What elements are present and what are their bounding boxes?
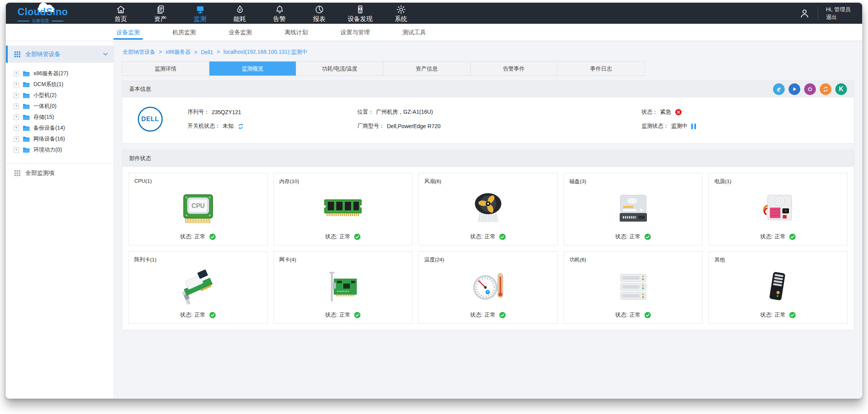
subnav-item[interactable]: 设备监测 <box>100 24 156 41</box>
breadcrumb-item[interactable]: x86服务器 <box>155 49 191 56</box>
device-tree: + x86服务器(27) + DCM系统(1) + 小 <box>6 63 114 162</box>
tree-item[interactable]: + 网络设备(16) <box>14 134 114 144</box>
nav-item-alarms[interactable]: 告警 <box>268 3 291 23</box>
panel-title: 基本信息 <box>129 86 151 93</box>
sidebar-group-header[interactable]: 全部纳管设备 <box>6 46 114 63</box>
tree-item[interactable]: + 备份设备(14) <box>14 123 114 134</box>
nav-item-energy[interactable]: 能耗 <box>228 3 251 23</box>
kvm-button[interactable]: K <box>835 83 847 95</box>
document-icon <box>156 5 165 14</box>
sync-button[interactable] <box>820 83 831 95</box>
pie-chart-icon <box>315 5 324 14</box>
app-logo[interactable]: CloudSino 云新信息 <box>18 3 95 24</box>
ok-status-icon <box>644 233 651 240</box>
component-card-disk[interactable]: 磁盘(3) 状态:正常 <box>564 173 703 245</box>
sync-icon <box>822 86 829 92</box>
tree-expander-icon[interactable]: + <box>14 82 19 87</box>
tree-item[interactable]: + x86服务器(27) <box>14 68 114 79</box>
topbar-user-area: Hi, 管理员 退出 <box>799 5 850 21</box>
subnav-item[interactable]: 业务监测 <box>212 24 268 41</box>
tab[interactable]: 功耗/电流/温度 <box>296 62 383 76</box>
tree-item-label: x86服务器(27) <box>33 70 68 77</box>
tab[interactable]: 资产信息 <box>383 62 471 76</box>
tree-expander-icon[interactable]: + <box>14 93 19 98</box>
ok-status-icon <box>209 312 216 319</box>
play-button[interactable] <box>789 83 800 95</box>
tree-item[interactable]: + 存储(15) <box>14 112 114 123</box>
component-card-nic[interactable]: 网卡(4) 状态:正常 <box>274 251 413 324</box>
ok-status-icon <box>499 233 506 240</box>
component-card-cpu[interactable]: CPU(1) CPU 状态:正常 <box>128 173 268 245</box>
power-state-field: 开关机状态： 未知 <box>188 123 357 130</box>
ok-status-icon <box>209 233 216 240</box>
user-greeting: Hi, 管理员 <box>826 5 850 13</box>
logo-subtitle: 云新信息 <box>18 18 95 24</box>
refresh-icon[interactable] <box>237 123 244 130</box>
power-button[interactable] <box>804 83 816 95</box>
tree-item[interactable]: + 环境动力(0) <box>14 144 114 155</box>
device-actions: e K <box>773 83 847 95</box>
component-card-power-usage[interactable]: 功耗(6) 状态:正常 <box>564 251 703 324</box>
tree-expander-icon[interactable]: + <box>14 71 19 76</box>
subnav-item[interactable]: 设置与管理 <box>324 24 386 41</box>
psu-icon <box>714 185 842 233</box>
folder-icon <box>23 125 30 131</box>
breadcrumb-item[interactable]: localhost(192.168.100.131):监测中 <box>213 49 307 56</box>
nav-item-reports[interactable]: 报表 <box>308 3 330 23</box>
sidebar-item-all-monitors[interactable]: 全部监测项 <box>6 164 114 182</box>
component-status: 状态:正常 <box>424 233 552 240</box>
component-card-memory[interactable]: 内存(10) 状态:正常 <box>274 173 413 245</box>
component-card-psu[interactable]: 电源(1) 状态:正常 <box>708 173 848 245</box>
home-icon <box>116 5 126 14</box>
tree-item[interactable]: + 小型机(2) <box>14 90 114 101</box>
subnav-item[interactable]: 离线计划 <box>268 24 324 41</box>
breadcrumb-item[interactable]: Dell1 <box>191 49 213 55</box>
network-card-icon <box>279 263 407 312</box>
tab[interactable]: 告警事件 <box>471 62 558 76</box>
content-layout: 全部纳管设备 + x86服务器(27) + <box>6 41 862 398</box>
component-card-fan[interactable]: 风扇(6) 状态:正常 <box>418 173 558 245</box>
device-scan-icon <box>355 5 365 14</box>
nav-item-assets[interactable]: 资产 <box>149 3 172 23</box>
tree-item-label: 网络设备(16) <box>33 136 65 143</box>
tree-expander-icon[interactable]: + <box>14 104 19 109</box>
tree-expander-icon[interactable]: + <box>14 136 19 142</box>
nav-item-home[interactable]: 首页 <box>109 3 132 23</box>
pause-icon[interactable] <box>691 123 696 129</box>
tab[interactable]: 事件日志 <box>557 62 645 76</box>
ie-console-button[interactable]: e <box>773 83 785 95</box>
nav-item-system[interactable]: 系统 <box>390 3 412 23</box>
tree-item-label: 小型机(2) <box>33 92 56 99</box>
tree-item[interactable]: + 一体机(0) <box>14 101 114 112</box>
component-card-other[interactable]: 其他 状态:正常 <box>708 251 848 324</box>
component-card-raid[interactable]: 阵列卡(1) 状态:正常 <box>128 251 268 324</box>
tab[interactable]: 监测概览 <box>209 62 297 76</box>
subnav-item[interactable]: 测试工具 <box>386 24 442 41</box>
tree-item[interactable]: + DCM系统(1) <box>14 79 114 90</box>
subnav-item[interactable]: 机房监测 <box>156 24 212 41</box>
ok-status-icon <box>789 233 796 240</box>
tab[interactable]: 监测详情 <box>122 62 209 76</box>
tree-expander-icon[interactable]: + <box>14 125 19 131</box>
logout-link[interactable]: 退出 <box>826 13 850 21</box>
tree-item-label: 一体机(0) <box>33 103 56 110</box>
components-panel: 部件状态 CPU(1) CPU 状态:正常 内存(10) <box>122 150 854 330</box>
tree-expander-icon[interactable]: + <box>14 147 19 153</box>
location-field: 位置： 广州机房，GZ-A1(16U) <box>357 109 641 116</box>
vendor-logo: DELL <box>138 107 163 132</box>
component-status: 状态:正常 <box>569 312 697 319</box>
component-card-temperature[interactable]: 温度(24) * 状态:正常 <box>418 251 558 324</box>
tree-expander-icon[interactable]: + <box>14 115 19 120</box>
disk-icon <box>569 185 697 233</box>
chevron-down-icon[interactable] <box>103 51 108 57</box>
bell-icon <box>275 5 285 14</box>
nav-item-device-discovery[interactable]: 设备发现 <box>348 3 373 23</box>
user-avatar-icon[interactable] <box>799 8 810 19</box>
breadcrumb-item[interactable]: 全部纳管设备 <box>123 49 155 56</box>
folder-icon <box>23 104 30 109</box>
breadcrumb: 全部纳管设备x86服务器Dell1localhost(192.168.100.1… <box>122 46 854 61</box>
memory-icon <box>279 185 407 233</box>
device-tree-sidebar: 全部纳管设备 + x86服务器(27) + <box>6 41 114 398</box>
component-status: 状态:正常 <box>569 233 697 240</box>
nav-item-monitoring[interactable]: 监测 <box>189 3 211 23</box>
